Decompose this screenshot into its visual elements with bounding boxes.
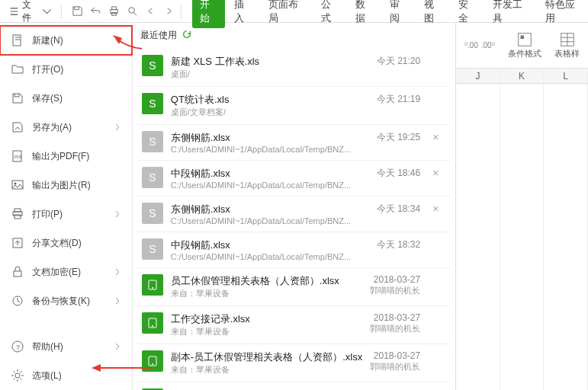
sidebar-item-label: 备份与恢复(K) [32, 295, 90, 308]
refresh-button[interactable] [182, 29, 192, 42]
file-path: C:/Users/ADMINI~1/AppData/Local/Temp/BNZ… [171, 216, 369, 225]
sidebar-item-share[interactable]: 分享文档(D) [0, 229, 132, 257]
sidebar-item-lock[interactable]: 文档加密(E) [0, 257, 132, 286]
increase-decimal-icon[interactable]: ⁰.00 [464, 41, 478, 50]
recent-file-item[interactable]: 员工休假管理相关表格（人资部）.xlsx来自：苹果设备2018-03-27郭喵喵… [137, 268, 451, 306]
file-body: 新建 XLS 工作表.xls桌面/ [171, 55, 369, 80]
sidebar-item-pdf[interactable]: PDF输出为PDF(F) [0, 142, 132, 171]
file-name: 中段钢筋.xlsx [171, 238, 369, 252]
file-body: 副本-员工休假管理相关表格（人资部）.xlsx来自：苹果设备 [171, 350, 362, 376]
sidebar-item-open[interactable]: 打开(O) [0, 55, 132, 84]
file-owner: 郭喵喵的机长 [370, 361, 420, 372]
file-time: 今天 18:46 [377, 167, 420, 180]
recent-files-header: 最近使用 [133, 23, 455, 49]
file-body: 员工休假管理相关表格（人资部）.xlsx来自：苹果设备 [171, 274, 362, 299]
sidebar-item-print[interactable]: 打印(P) [0, 200, 132, 229]
print-quick-button[interactable] [106, 3, 123, 20]
file-body: 中段钢筋.xlsxC:/Users/ADMINI~1/AppData/Local… [171, 167, 369, 190]
file-menu-button[interactable]: 文件 [3, 2, 58, 21]
sidebar-item-gear[interactable]: 选项(L) [0, 361, 132, 390]
save-quick-button[interactable] [69, 3, 86, 20]
pdf-icon: PDF [11, 149, 24, 163]
sidebar-item-image[interactable]: 输出为图片(R) [0, 171, 132, 200]
file-body: 东侧钢筋.xlsxC:/Users/ADMINI~1/AppData/Local… [171, 131, 369, 154]
file-time: 今天 21:19 [377, 93, 420, 106]
redo-dropdown[interactable] [161, 3, 178, 20]
undo-button[interactable] [88, 3, 104, 20]
separator [181, 5, 182, 18]
recent-files-title: 最近使用 [140, 29, 177, 42]
top-toolbar: 文件 开始插入页面布局公式数据审阅视图安全开发工具特色应用 [0, 0, 588, 23]
svg-text:PDF: PDF [14, 155, 22, 159]
sidebar-item-label: 文档加密(E) [32, 266, 81, 279]
print-icon [11, 207, 24, 221]
file-type-icon: S [142, 131, 163, 152]
recent-file-item[interactable]: S中段钢筋.xlsxC:/Users/ADMINI~1/AppData/Loca… [137, 232, 451, 268]
svg-point-23 [152, 363, 153, 365]
recent-file-item[interactable]: S东侧钢筋.xlsxC:/Users/ADMINI~1/AppData/Loca… [137, 125, 451, 161]
share-icon [11, 236, 24, 250]
conditional-format-label: 条件格式 [508, 48, 541, 59]
chevron-right-icon [114, 343, 121, 350]
sidebar-item-label: 输出为PDF(F) [32, 150, 89, 163]
sidebar-item-save-as[interactable]: 另存为(A) [0, 113, 132, 142]
remove-file-button[interactable]: × [432, 131, 446, 143]
file-owner: 郭喵喵的机长 [370, 285, 420, 296]
new-file-icon [11, 34, 24, 47]
file-time: 2018-03-27 [370, 312, 420, 323]
table-format-label: 表格样 [554, 48, 580, 59]
file-meta: 今天 18:46 [377, 167, 420, 180]
file-type-icon [142, 312, 163, 334]
recent-file-item[interactable]: S东侧钢筋.xlsxC:/Users/ADMINI~1/AppData/Loca… [137, 197, 451, 232]
recent-file-item[interactable]: SQT统计表.xls桌面/文章档案/今天 21:19 [137, 87, 451, 125]
file-meta: 今天 21:20 [377, 55, 420, 68]
undo-dropdown[interactable] [143, 3, 159, 20]
file-body: 东侧钢筋.xlsxC:/Users/ADMINI~1/AppData/Local… [171, 203, 369, 225]
recent-file-item[interactable]: S新建 XLS 工作表.xls桌面/今天 21:20 [137, 49, 451, 87]
file-path: 来自：苹果设备 [171, 326, 362, 337]
recent-file-item[interactable]: 副本-员工休假管理相关表格（人资部）.xlsx来自：苹果设备2018-03-27… [137, 344, 451, 382]
save-icon [11, 91, 24, 105]
sidebar-item-label: 新建(N) [32, 34, 63, 47]
file-path: 桌面/文章档案/ [171, 107, 369, 118]
remove-file-button[interactable]: × [432, 167, 446, 179]
svg-rect-10 [14, 209, 21, 212]
svg-point-19 [152, 287, 153, 289]
column-header[interactable]: K [500, 69, 545, 83]
column[interactable] [456, 84, 500, 390]
column-header[interactable]: L [544, 69, 588, 83]
cells-area[interactable] [456, 84, 588, 390]
recent-files-list: S新建 XLS 工作表.xls桌面/今天 21:20SQT统计表.xls桌面/文… [133, 49, 455, 390]
recent-file-item[interactable]: S中段钢筋.xlsxC:/Users/ADMINI~1/AppData/Loca… [137, 161, 451, 197]
recent-file-item[interactable]: 工作交接记录.xlsx来自：苹果设备2018-03-27郭喵喵的机长 [137, 306, 451, 344]
column[interactable] [544, 84, 588, 390]
sidebar-spacer [0, 315, 132, 332]
sidebar-item-backup[interactable]: 备份与恢复(K) [0, 286, 132, 315]
file-body: 中段钢筋.xlsxC:/Users/ADMINI~1/AppData/Local… [171, 238, 369, 261]
file-type-icon: S [142, 238, 163, 260]
sidebar-item-help[interactable]: ?帮助(H) [0, 332, 132, 361]
svg-point-17 [15, 373, 20, 378]
recent-file-item[interactable]: 从事试验工作人员名单及工资标准.xls来自：苹果设备2018-03-19郭喵喵的… [137, 382, 451, 390]
sidebar-item-label: 选项(L) [32, 369, 62, 382]
conditional-format-button[interactable]: 条件格式 [508, 31, 541, 59]
preview-button[interactable] [124, 3, 141, 20]
svg-point-3 [129, 8, 135, 14]
remove-file-button[interactable]: × [432, 203, 446, 215]
file-time: 今天 18:34 [377, 203, 420, 216]
column[interactable] [500, 84, 545, 390]
table-format-button[interactable]: 表格样 [554, 31, 580, 59]
main-area: 新建(N)打开(O)保存(S)另存为(A)PDF输出为PDF(F)输出为图片(R… [0, 23, 588, 390]
sidebar-item-label: 另存为(A) [32, 121, 72, 134]
svg-rect-13 [14, 271, 21, 277]
recent-files-panel: 最近使用 S新建 XLS 工作表.xls桌面/今天 21:20SQT统计表.xl… [133, 23, 455, 390]
sidebar-item-new-file[interactable]: 新建(N) [0, 26, 132, 55]
decrease-decimal-icon[interactable]: .00⁰ [481, 41, 495, 50]
file-body: QT统计表.xls桌面/文章档案/ [171, 93, 369, 118]
file-name: QT统计表.xls [171, 93, 369, 107]
backup-icon [11, 294, 24, 308]
column-header[interactable]: J [456, 69, 500, 83]
quick-access-toolbar [69, 3, 178, 20]
sidebar-item-label: 打印(P) [32, 208, 63, 221]
sidebar-item-save[interactable]: 保存(S) [0, 84, 132, 113]
